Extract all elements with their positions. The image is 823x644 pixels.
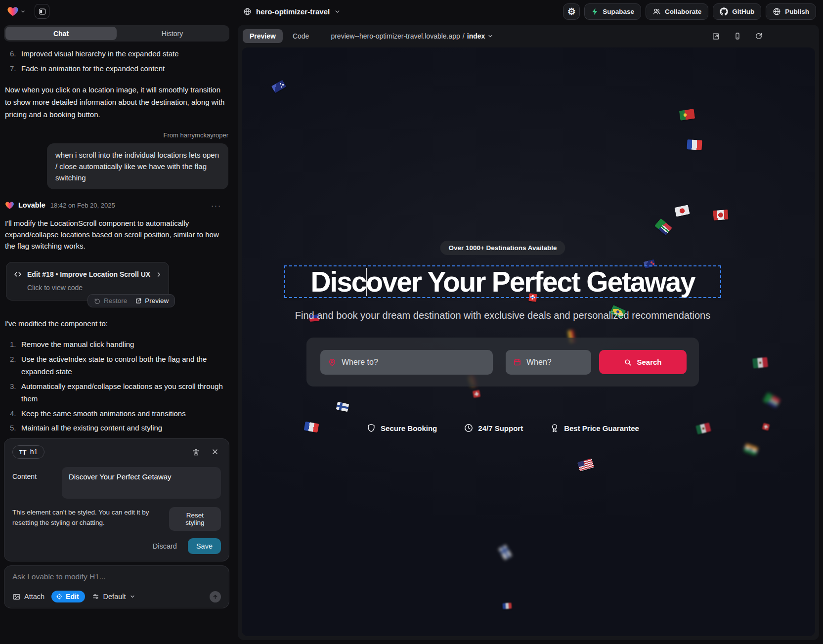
hero-section: Over 1000+ Destinations Available Discov…: [242, 47, 764, 636]
when-field[interactable]: [506, 350, 591, 375]
github-label: GitHub: [732, 8, 754, 15]
feature-support: 24/7 Support: [464, 423, 523, 433]
message-timestamp: 18:42 on Feb 20, 2025: [50, 199, 115, 212]
lovable-heart-icon: [7, 5, 19, 17]
element-tag-label: h1: [30, 448, 38, 456]
lovable-heart-icon: [5, 201, 14, 210]
list-item: 3. Automatically expand/collapse locatio…: [5, 380, 228, 405]
settings-button[interactable]: ⚙: [563, 3, 580, 20]
where-input[interactable]: [342, 358, 485, 367]
trash-icon[interactable]: [192, 448, 200, 456]
feature-label: Secure Booking: [381, 424, 437, 432]
list-item: 2. Use the activeIndex state to control …: [5, 353, 228, 378]
edit-mode-chip[interactable]: Edit: [51, 591, 85, 602]
magnifier-icon: [624, 358, 632, 366]
calendar-icon: [513, 358, 521, 366]
send-button[interactable]: [210, 591, 221, 602]
list-number: 2.: [10, 353, 16, 366]
list-number: 1.: [10, 338, 16, 351]
mobile-view-icon[interactable]: [734, 32, 741, 40]
image-icon: [12, 593, 21, 601]
edit-card-subtitle: Click to view code: [27, 283, 162, 292]
chat-scroll-area[interactable]: 6. Improved visual hierarchy in the expa…: [0, 47, 233, 435]
user-message-author: From harrymckayroper: [5, 131, 228, 139]
chat-input-toolbar: Attach Edit Default: [12, 591, 221, 602]
where-field[interactable]: [320, 350, 493, 375]
list-text: Keep the same smooth animations and tran…: [21, 409, 186, 418]
feature-secure-booking: Secure Booking: [366, 423, 437, 433]
feature-row: Secure Booking 24/7 Support Best Price G…: [242, 423, 764, 433]
url-page: index: [467, 32, 485, 40]
attach-button[interactable]: Attach: [12, 593, 44, 601]
restore-icon: [94, 298, 101, 304]
assistant-paragraph: I'll modify the LocationScroll component…: [5, 217, 228, 252]
hero-title[interactable]: Discover Your Perfect Getaway: [311, 265, 695, 298]
restore-button[interactable]: Restore: [94, 295, 127, 307]
url-separator: /: [463, 32, 465, 40]
editor-content-row: Content Discover Your Perfect Getaway: [12, 467, 221, 499]
tab-code[interactable]: Code: [286, 29, 316, 43]
search-button[interactable]: Search: [599, 350, 687, 374]
list-text: Fade-in animation for the expanded conte…: [21, 64, 165, 73]
url-domain: preview--hero-optimizer-travel.lovable.a…: [331, 32, 460, 40]
publish-label: Publish: [785, 8, 809, 15]
list-item: 4. Keep the same smooth animations and t…: [5, 407, 228, 420]
people-icon: [652, 7, 661, 16]
project-switcher[interactable]: hero-optimizer-travel: [243, 0, 341, 23]
github-button[interactable]: GitHub: [713, 3, 761, 20]
supabase-bolt-icon: [591, 8, 599, 15]
editor-actions: Discard Save: [12, 538, 221, 554]
more-menu-icon[interactable]: ···: [211, 199, 221, 212]
open-external-icon[interactable]: [712, 32, 720, 41]
list-number: 3.: [10, 380, 16, 393]
preview-url[interactable]: preview--hero-optimizer-travel.lovable.a…: [331, 32, 493, 40]
refresh-icon[interactable]: [755, 32, 763, 40]
save-button[interactable]: Save: [188, 538, 221, 554]
edit-version-card[interactable]: Edit #18 • Improve Location Scroll UX Cl…: [6, 262, 169, 301]
sidebar-toggle-button[interactable]: [35, 4, 49, 19]
target-icon: [56, 593, 63, 600]
hero-subtitle: Find and book your dream destination wit…: [242, 310, 764, 321]
edit-mode-label: Edit: [66, 593, 79, 601]
chevron-down-icon: [334, 8, 341, 15]
list-text: Maintain all the existing content and st…: [21, 424, 162, 432]
tab-preview[interactable]: Preview: [243, 29, 283, 43]
h1-selection-outline[interactable]: Discover Your Perfect Getaway: [284, 265, 721, 298]
preview-viewport[interactable]: Over 1000+ Destinations Available Discov…: [242, 47, 815, 636]
when-input[interactable]: [526, 358, 584, 367]
assistant-name: Lovable: [18, 199, 45, 212]
list-text: Improved visual hierarchy in the expande…: [21, 49, 179, 58]
tab-chat[interactable]: Chat: [5, 27, 117, 40]
destinations-badge: Over 1000+ Destinations Available: [440, 241, 565, 255]
publish-button[interactable]: Publish: [766, 3, 816, 20]
element-tag-pill[interactable]: TT h1: [12, 445, 44, 459]
code-icon: [13, 270, 22, 279]
globe-icon: [773, 7, 781, 16]
sidebar-tabs: Chat History: [4, 25, 229, 42]
sliders-icon: [92, 593, 100, 601]
feature-label: Best Price Guarantee: [564, 424, 639, 432]
search-bar: Search: [306, 338, 699, 386]
lovable-logo-menu[interactable]: [7, 5, 26, 17]
topbar-actions: ⚙ Supabase Collaborate GitHub: [563, 3, 816, 20]
preview-version-button[interactable]: Preview: [135, 295, 169, 307]
list-text: Automatically expand/collapse locations …: [21, 382, 223, 403]
supabase-button[interactable]: Supabase: [584, 3, 641, 20]
list-number: 6.: [10, 47, 16, 60]
list-number: 4.: [10, 407, 16, 420]
restore-label: Restore: [104, 295, 127, 307]
style-note: This element can't be styled. You can ed…: [12, 507, 169, 528]
assistant-message-header: Lovable 18:42 on Feb 20, 2025 ···: [5, 200, 228, 210]
close-icon[interactable]: [211, 448, 219, 456]
discard-button[interactable]: Discard: [153, 542, 177, 550]
tab-history[interactable]: History: [117, 27, 228, 40]
collaborate-button[interactable]: Collaborate: [646, 3, 708, 20]
list-item: 1. Remove the manual click handling: [5, 338, 228, 351]
restore-preview-pill: Restore Preview: [87, 294, 175, 307]
list-text: Remove the manual click handling: [21, 340, 134, 348]
model-selector[interactable]: Default: [92, 593, 135, 601]
chat-input[interactable]: [12, 572, 221, 581]
top-bar: hero-optimizer-travel ⚙ Supabase Collabo…: [0, 0, 823, 23]
content-textarea[interactable]: Discover Your Perfect Getaway: [62, 467, 221, 499]
reset-styling-button[interactable]: Reset styling: [169, 507, 221, 531]
